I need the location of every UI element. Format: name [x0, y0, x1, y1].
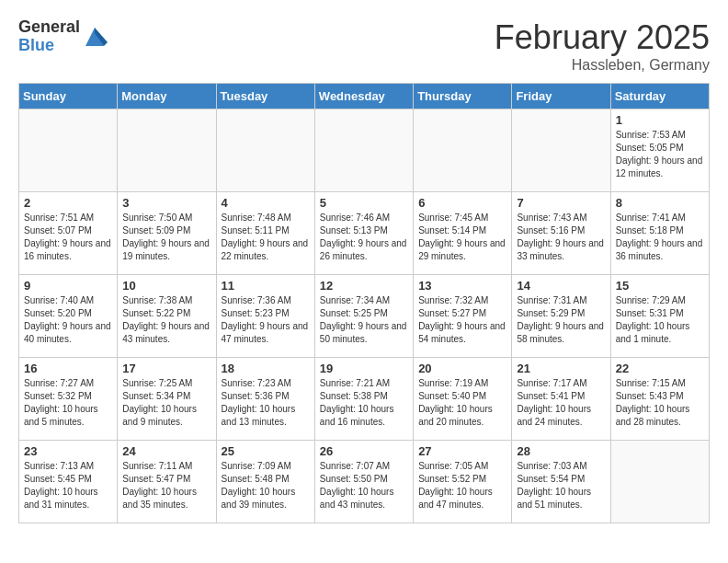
day-info: Sunrise: 7:32 AM Sunset: 5:27 PM Dayligh… — [418, 294, 506, 346]
day-info: Sunrise: 7:31 AM Sunset: 5:29 PM Dayligh… — [517, 294, 605, 346]
day-number: 18 — [222, 362, 310, 375]
location: Hassleben, Germany — [495, 57, 710, 74]
calendar-cell: 6Sunrise: 7:45 AM Sunset: 5:14 PM Daylig… — [414, 192, 512, 275]
day-number: 3 — [122, 196, 210, 210]
calendar-cell: 12Sunrise: 7:34 AM Sunset: 5:25 PM Dayli… — [314, 275, 413, 358]
calendar-cell: 22Sunrise: 7:15 AM Sunset: 5:43 PM Dayli… — [610, 358, 709, 441]
day-number: 23 — [24, 444, 112, 458]
day-info: Sunrise: 7:51 AM Sunset: 5:07 PM Dayligh… — [24, 212, 112, 263]
day-info: Sunrise: 7:43 AM Sunset: 5:16 PM Dayligh… — [517, 212, 605, 263]
day-number: 9 — [24, 279, 112, 293]
day-info: Sunrise: 7:29 AM Sunset: 5:31 PM Dayligh… — [616, 294, 704, 346]
calendar-cell: 14Sunrise: 7:31 AM Sunset: 5:29 PM Dayli… — [512, 275, 610, 358]
week-row-5: 23Sunrise: 7:13 AM Sunset: 5:45 PM Dayli… — [19, 441, 710, 523]
calendar-cell — [216, 109, 314, 192]
calendar-cell — [19, 109, 118, 192]
logo: General Blue — [18, 18, 108, 55]
day-number: 14 — [517, 279, 605, 293]
weekday-header-wednesday: Wednesday — [314, 84, 413, 109]
day-info: Sunrise: 7:23 AM Sunset: 5:36 PM Dayligh… — [222, 377, 310, 429]
day-info: Sunrise: 7:03 AM Sunset: 5:54 PM Dayligh… — [517, 460, 605, 511]
logo-general-text: General — [18, 18, 80, 37]
day-number: 10 — [122, 279, 210, 293]
day-info: Sunrise: 7:48 AM Sunset: 5:11 PM Dayligh… — [222, 212, 310, 263]
calendar-cell — [610, 441, 709, 523]
calendar-cell — [314, 109, 413, 192]
day-info: Sunrise: 7:45 AM Sunset: 5:14 PM Dayligh… — [418, 212, 506, 263]
calendar-cell: 5Sunrise: 7:46 AM Sunset: 5:13 PM Daylig… — [314, 192, 413, 275]
calendar-cell: 19Sunrise: 7:21 AM Sunset: 5:38 PM Dayli… — [314, 358, 413, 441]
day-info: Sunrise: 7:25 AM Sunset: 5:34 PM Dayligh… — [122, 377, 210, 429]
day-number: 26 — [320, 444, 408, 458]
weekday-header-sunday: Sunday — [19, 84, 118, 109]
day-number: 15 — [616, 279, 704, 293]
calendar-cell: 13Sunrise: 7:32 AM Sunset: 5:27 PM Dayli… — [414, 275, 512, 358]
week-row-3: 9Sunrise: 7:40 AM Sunset: 5:20 PM Daylig… — [19, 275, 710, 358]
day-info: Sunrise: 7:46 AM Sunset: 5:13 PM Dayligh… — [320, 212, 408, 263]
day-info: Sunrise: 7:36 AM Sunset: 5:23 PM Dayligh… — [222, 294, 310, 346]
calendar-cell: 8Sunrise: 7:41 AM Sunset: 5:18 PM Daylig… — [610, 192, 709, 275]
day-number: 1 — [616, 113, 704, 127]
day-info: Sunrise: 7:50 AM Sunset: 5:09 PM Dayligh… — [122, 212, 210, 263]
day-number: 13 — [418, 279, 506, 293]
calendar-cell: 28Sunrise: 7:03 AM Sunset: 5:54 PM Dayli… — [512, 441, 610, 523]
day-number: 20 — [418, 362, 506, 375]
day-number: 27 — [418, 444, 506, 458]
logo-icon — [82, 24, 108, 50]
day-info: Sunrise: 7:38 AM Sunset: 5:22 PM Dayligh… — [122, 294, 210, 346]
logo-blue-text: Blue — [18, 37, 80, 55]
day-info: Sunrise: 7:21 AM Sunset: 5:38 PM Dayligh… — [320, 377, 408, 429]
calendar-cell — [414, 109, 512, 192]
day-number: 8 — [616, 196, 704, 210]
day-number: 12 — [320, 279, 408, 293]
title-block: February 2025 Hassleben, Germany — [495, 18, 710, 74]
calendar-cell: 11Sunrise: 7:36 AM Sunset: 5:23 PM Dayli… — [216, 275, 314, 358]
day-info: Sunrise: 7:27 AM Sunset: 5:32 PM Dayligh… — [24, 377, 112, 429]
weekday-header-monday: Monday — [118, 84, 216, 109]
day-info: Sunrise: 7:13 AM Sunset: 5:45 PM Dayligh… — [24, 460, 112, 511]
weekday-header-thursday: Thursday — [414, 84, 512, 109]
calendar-cell: 10Sunrise: 7:38 AM Sunset: 5:22 PM Dayli… — [118, 275, 216, 358]
day-info: Sunrise: 7:07 AM Sunset: 5:50 PM Dayligh… — [320, 460, 408, 511]
calendar-cell: 16Sunrise: 7:27 AM Sunset: 5:32 PM Dayli… — [19, 358, 118, 441]
calendar-cell: 26Sunrise: 7:07 AM Sunset: 5:50 PM Dayli… — [314, 441, 413, 523]
day-number: 25 — [222, 444, 310, 458]
day-number: 11 — [222, 279, 310, 293]
week-row-1: 1Sunrise: 7:53 AM Sunset: 5:05 PM Daylig… — [19, 109, 710, 192]
calendar-cell — [118, 109, 216, 192]
calendar-cell: 23Sunrise: 7:13 AM Sunset: 5:45 PM Dayli… — [19, 441, 118, 523]
calendar-cell: 20Sunrise: 7:19 AM Sunset: 5:40 PM Dayli… — [414, 358, 512, 441]
week-row-2: 2Sunrise: 7:51 AM Sunset: 5:07 PM Daylig… — [19, 192, 710, 275]
weekday-header-saturday: Saturday — [610, 84, 709, 109]
calendar-cell: 2Sunrise: 7:51 AM Sunset: 5:07 PM Daylig… — [19, 192, 118, 275]
month-title: February 2025 — [495, 18, 710, 57]
day-number: 28 — [517, 444, 605, 458]
day-info: Sunrise: 7:05 AM Sunset: 5:52 PM Dayligh… — [418, 460, 506, 511]
day-number: 16 — [24, 362, 112, 375]
weekday-header-friday: Friday — [512, 84, 610, 109]
day-info: Sunrise: 7:11 AM Sunset: 5:47 PM Dayligh… — [122, 460, 210, 511]
calendar-cell: 3Sunrise: 7:50 AM Sunset: 5:09 PM Daylig… — [118, 192, 216, 275]
day-number: 22 — [616, 362, 704, 375]
day-number: 24 — [122, 444, 210, 458]
calendar-cell: 17Sunrise: 7:25 AM Sunset: 5:34 PM Dayli… — [118, 358, 216, 441]
day-number: 21 — [517, 362, 605, 375]
day-number: 17 — [122, 362, 210, 375]
calendar-table: SundayMondayTuesdayWednesdayThursdayFrid… — [18, 83, 710, 523]
page-header: General Blue February 2025 Hassleben, Ge… — [18, 18, 710, 74]
calendar-cell: 21Sunrise: 7:17 AM Sunset: 5:41 PM Dayli… — [512, 358, 610, 441]
day-info: Sunrise: 7:19 AM Sunset: 5:40 PM Dayligh… — [418, 377, 506, 429]
day-number: 2 — [24, 196, 112, 210]
calendar-cell: 9Sunrise: 7:40 AM Sunset: 5:20 PM Daylig… — [19, 275, 118, 358]
weekday-header-tuesday: Tuesday — [216, 84, 314, 109]
day-info: Sunrise: 7:34 AM Sunset: 5:25 PM Dayligh… — [320, 294, 408, 346]
calendar-cell: 4Sunrise: 7:48 AM Sunset: 5:11 PM Daylig… — [216, 192, 314, 275]
calendar-cell — [512, 109, 610, 192]
day-number: 19 — [320, 362, 408, 375]
day-info: Sunrise: 7:17 AM Sunset: 5:41 PM Dayligh… — [517, 377, 605, 429]
calendar-cell: 27Sunrise: 7:05 AM Sunset: 5:52 PM Dayli… — [414, 441, 512, 523]
calendar-cell: 24Sunrise: 7:11 AM Sunset: 5:47 PM Dayli… — [118, 441, 216, 523]
week-row-4: 16Sunrise: 7:27 AM Sunset: 5:32 PM Dayli… — [19, 358, 710, 441]
day-info: Sunrise: 7:15 AM Sunset: 5:43 PM Dayligh… — [616, 377, 704, 429]
day-number: 6 — [418, 196, 506, 210]
